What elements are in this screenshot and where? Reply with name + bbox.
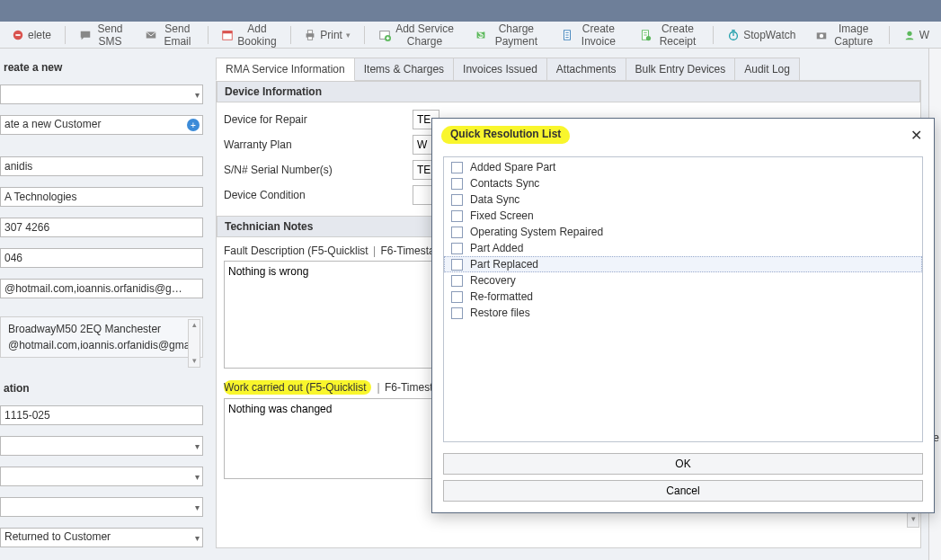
resolution-item-label: Data Sync [470,193,519,206]
cancel-button[interactable]: Cancel [443,480,923,502]
add-charge-icon [378,29,391,41]
checkbox-icon[interactable] [451,194,463,206]
checkbox-icon[interactable] [451,162,463,173]
work-label: Work carried out (F5-Quicklist [224,381,366,394]
device-label: Device for Repair [224,113,413,126]
pipe: | [377,381,379,394]
separator [290,26,291,44]
dropdown-1[interactable] [0,436,203,456]
svg-text:$: $ [478,29,484,40]
sn-label: S/N# Serial Number(s) [224,164,413,176]
name-input[interactable] [0,156,203,176]
checkbox-icon[interactable] [451,178,463,190]
company-input[interactable] [0,187,203,207]
close-button[interactable]: ✕ [907,126,925,144]
resolution-item[interactable]: Fixed Screen [444,208,922,224]
email-icon [145,29,157,41]
resolution-item[interactable]: Part Added [444,240,922,256]
resolution-item-label: Fixed Screen [470,209,534,222]
resolution-item-label: Part Replaced [470,258,538,271]
svg-rect-1 [15,34,20,36]
resolution-item[interactable]: Recovery [444,272,922,289]
tab-items[interactable]: Items & Charges [354,58,454,81]
resolution-item[interactable]: Added Spare Part [444,159,922,175]
image-capture-button[interactable]: Image Capture [807,19,883,51]
resolution-item[interactable]: Part Replaced [444,256,922,272]
sms-icon [79,29,92,41]
checkbox-icon[interactable] [451,210,463,222]
create-invoice-button[interactable]: Create Invoice [553,19,627,51]
resolution-item-label: Recovery [470,274,516,287]
status-dropdown[interactable]: Returned to Customer [0,528,203,547]
email-input[interactable] [0,279,203,298]
customer-dropdown[interactable] [0,84,203,104]
capture-label: Image Capture [831,22,875,48]
resolution-item[interactable]: Data Sync [444,191,922,208]
svg-point-14 [646,35,651,40]
stopwatch-label: StopWatch [743,29,795,41]
add-booking-button[interactable]: Add Booking [213,19,284,51]
user-label: W [919,29,929,41]
delete-button[interactable]: elete [4,25,59,45]
plus-icon[interactable]: + [187,119,200,131]
device-section-head: Device Information [217,81,920,102]
resolution-item[interactable]: Restore files [444,305,922,321]
add-service-charge-button[interactable]: Add Service Charge [370,19,464,51]
user-button[interactable]: W [895,25,937,45]
checkbox-icon[interactable] [451,259,463,271]
chevron-down-icon: ▾ [346,31,351,40]
checkbox-icon[interactable] [451,227,463,238]
create-customer-field[interactable]: ate a new Customer [0,115,203,135]
ok-button[interactable]: OK [443,453,923,475]
separator [889,26,890,44]
resolution-item-label: Added Spare Part [470,161,555,173]
resolution-item-label: Operating System Repaired [470,226,603,238]
svg-point-18 [907,31,911,35]
stopwatch-button[interactable]: StopWatch [719,25,803,45]
dropdown-3[interactable] [0,497,203,517]
create-receipt-button[interactable]: Create Receipt [631,19,707,51]
print-button[interactable]: Print ▾ [296,25,359,45]
charge-payment-button[interactable]: $ Charge Payment [466,19,549,51]
resolution-checklist: Added Spare PartContacts SyncData SyncFi… [443,156,923,442]
svg-point-17 [820,33,823,37]
checkbox-icon[interactable] [451,243,463,254]
send-email-button[interactable]: Send Email [137,19,201,51]
svg-rect-7 [308,36,313,40]
ref-input[interactable] [0,405,203,425]
resolution-item[interactable]: Contacts Sync [444,175,922,191]
resolution-item-label: Re-formatted [470,290,533,303]
add-charge-label: Add Service Charge [395,22,456,48]
delete-label: elete [28,29,51,41]
sms-label: Send SMS [95,22,126,48]
resolution-item-label: Part Added [470,242,523,254]
resolution-item-label: Restore files [470,307,530,319]
tab-rma[interactable]: RMA Service Information [216,58,355,81]
checkbox-icon[interactable] [451,291,463,303]
tab-attachments[interactable]: Attachments [546,58,626,81]
receipt-label: Create Receipt [655,22,699,48]
resolution-item[interactable]: Operating System Repaired [444,224,922,240]
resolution-item[interactable]: Re-formatted [444,289,922,305]
condition-label: Device Condition [224,189,413,201]
highlight-work-label: Work carried out (F5-Quicklist [224,380,371,395]
fault-label: Fault Description (F5-Quicklist [224,244,368,257]
calendar-icon [221,29,234,41]
phone-input[interactable] [0,218,203,237]
scroll-up-icon[interactable]: ▴ [189,320,200,329]
tab-bulk[interactable]: Bulk Entry Devices [626,58,736,81]
alt-phone-input[interactable] [0,248,203,268]
tab-audit[interactable]: Audit Log [734,58,800,81]
stopwatch-icon [727,29,740,41]
send-sms-button[interactable]: Send SMS [71,19,134,51]
camera-icon [815,29,828,41]
address-box: BroadwayM50 2EQ Manchester @hotmail.com,… [0,316,203,358]
charge-label: Charge Payment [491,22,541,48]
checkbox-icon[interactable] [451,275,463,287]
checkbox-icon[interactable] [451,307,463,319]
dropdown-2[interactable] [0,467,203,486]
separator [65,26,66,44]
scroll-down-icon[interactable]: ▾ [189,356,200,365]
tab-invoices[interactable]: Invoices Issued [453,58,547,81]
address-line1: BroadwayM50 2EQ Manchester [4,321,199,337]
